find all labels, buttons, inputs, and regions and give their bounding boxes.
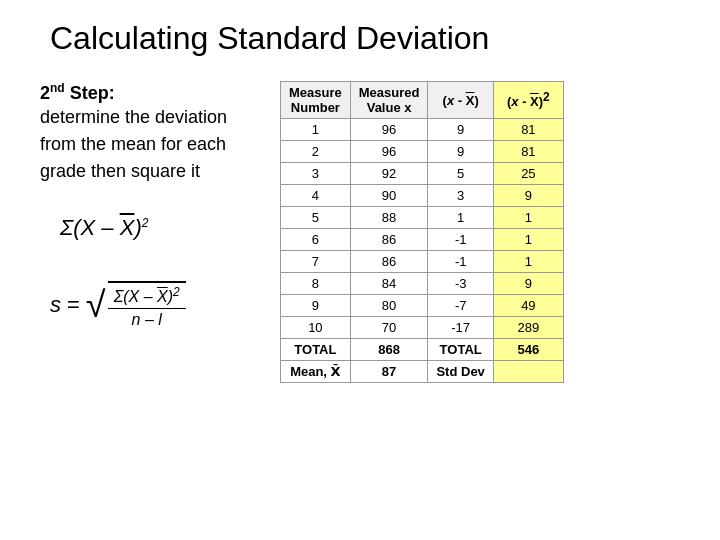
footer-cell — [493, 361, 563, 383]
cell-value: 92 — [350, 163, 428, 185]
sqrt-symbol: √ — [86, 287, 106, 323]
cell-sq: 25 — [493, 163, 563, 185]
equals-sign: = — [67, 292, 80, 318]
cell-sq: 9 — [493, 185, 563, 207]
footer-cell: TOTAL — [281, 339, 351, 361]
cell-value: 96 — [350, 141, 428, 163]
cell-sq: 81 — [493, 119, 563, 141]
cell-value: 86 — [350, 251, 428, 273]
table-row: 1 96 9 81 — [281, 119, 564, 141]
cell-diff: 9 — [428, 141, 493, 163]
cell-diff: -1 — [428, 251, 493, 273]
cell-value: 84 — [350, 273, 428, 295]
cell-measure: 2 — [281, 141, 351, 163]
cell-measure: 9 — [281, 295, 351, 317]
cell-diff: 1 — [428, 207, 493, 229]
footer-cell: TOTAL — [428, 339, 493, 361]
step-label: 2nd Step: — [40, 83, 115, 103]
cell-sq: 289 — [493, 317, 563, 339]
cell-diff: 3 — [428, 185, 493, 207]
cell-diff: -7 — [428, 295, 493, 317]
page-title: Calculating Standard Deviation — [50, 20, 680, 57]
table-container: MeasureNumber MeasuredValue x (x - X) (x… — [280, 81, 564, 383]
cell-measure: 7 — [281, 251, 351, 273]
footer-cell: 87 — [350, 361, 428, 383]
cell-measure: 6 — [281, 229, 351, 251]
content-area: 2nd Step: determine the deviationfrom th… — [40, 81, 680, 383]
cell-value: 88 — [350, 207, 428, 229]
page: Calculating Standard Deviation 2nd Step:… — [0, 0, 720, 540]
data-table: MeasureNumber MeasuredValue x (x - X) (x… — [280, 81, 564, 383]
sum-formula-display: Σ(X – X)2 — [60, 215, 260, 241]
cell-diff: -17 — [428, 317, 493, 339]
sqrt-content: Σ(X – X)2 n – l — [108, 281, 186, 329]
footer-cell: 546 — [493, 339, 563, 361]
col-header-sq: (x - X)2 — [493, 82, 563, 119]
cell-diff: 5 — [428, 163, 493, 185]
table-row: 6 86 -1 1 — [281, 229, 564, 251]
table-row: 3 92 5 25 — [281, 163, 564, 185]
frac-numerator: Σ(X – X)2 — [108, 285, 186, 309]
step-description: determine the deviationfrom the mean for… — [40, 104, 260, 185]
table-row: 5 88 1 1 — [281, 207, 564, 229]
footer-cell: Std Dev — [428, 361, 493, 383]
sqrt-container: √ Σ(X – X)2 n – l — [86, 281, 186, 329]
cell-value: 80 — [350, 295, 428, 317]
frac-denominator: n – l — [126, 309, 168, 329]
table-footer-row: Mean, X̄87Std Dev — [281, 361, 564, 383]
cell-diff: -3 — [428, 273, 493, 295]
cell-value: 86 — [350, 229, 428, 251]
fraction: Σ(X – X)2 n – l — [108, 285, 186, 329]
cell-value: 96 — [350, 119, 428, 141]
s-var: s — [50, 292, 61, 318]
cell-measure: 4 — [281, 185, 351, 207]
cell-sq: 1 — [493, 251, 563, 273]
cell-diff: -1 — [428, 229, 493, 251]
table-row: 9 80 -7 49 — [281, 295, 564, 317]
cell-sq: 81 — [493, 141, 563, 163]
cell-diff: 9 — [428, 119, 493, 141]
s-formula-display: s = √ Σ(X – X)2 n – l — [50, 281, 260, 329]
cell-measure: 3 — [281, 163, 351, 185]
sum-formula-text: Σ(X – X)2 — [60, 215, 148, 241]
cell-sq: 1 — [493, 229, 563, 251]
col-header-value: MeasuredValue x — [350, 82, 428, 119]
table-row: 2 96 9 81 — [281, 141, 564, 163]
step-heading: 2nd Step: determine the deviationfrom th… — [40, 81, 260, 185]
cell-measure: 5 — [281, 207, 351, 229]
col-header-measure: MeasureNumber — [281, 82, 351, 119]
cell-sq: 9 — [493, 273, 563, 295]
table-row: 4 90 3 9 — [281, 185, 564, 207]
table-row: 7 86 -1 1 — [281, 251, 564, 273]
left-panel: 2nd Step: determine the deviationfrom th… — [40, 81, 260, 329]
cell-value: 90 — [350, 185, 428, 207]
table-row: 8 84 -3 9 — [281, 273, 564, 295]
cell-sq: 1 — [493, 207, 563, 229]
table-row: 10 70 -17 289 — [281, 317, 564, 339]
col-header-diff: (x - X) — [428, 82, 493, 119]
footer-cell: Mean, X̄ — [281, 361, 351, 383]
cell-measure: 1 — [281, 119, 351, 141]
cell-measure: 8 — [281, 273, 351, 295]
cell-sq: 49 — [493, 295, 563, 317]
footer-cell: 868 — [350, 339, 428, 361]
cell-value: 70 — [350, 317, 428, 339]
cell-measure: 10 — [281, 317, 351, 339]
table-footer-row: TOTAL868TOTAL546 — [281, 339, 564, 361]
